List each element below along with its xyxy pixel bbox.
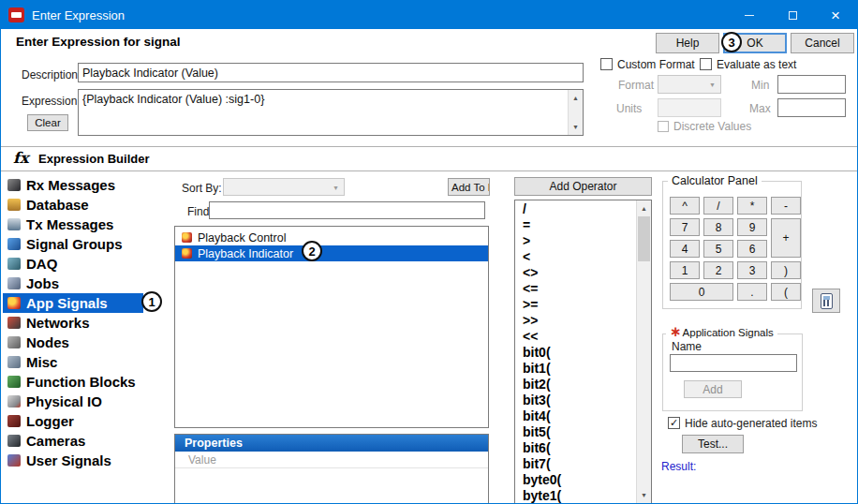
category-label: Physical IO [26, 393, 102, 409]
calc-button[interactable]: 2 [703, 261, 733, 279]
calc-button[interactable]: 3 [737, 261, 767, 279]
category-item[interactable]: Logger [3, 411, 83, 431]
units-input [658, 98, 721, 117]
calculator-launcher-button[interactable] [812, 289, 840, 313]
operator-item[interactable]: byte0( [523, 472, 635, 488]
calculator-buttons: ^/*-789+456123)0.( [670, 197, 801, 301]
category-label: Signal Groups [26, 236, 123, 252]
custom-format-checkbox[interactable] [600, 58, 613, 70]
maximize-glyph [789, 11, 797, 20]
scrollbar-thumb[interactable] [638, 216, 650, 261]
calc-button[interactable]: 1 [670, 261, 700, 279]
calc-button[interactable]: 6 [737, 240, 767, 258]
description-label: Description [22, 68, 78, 82]
category-label: Jobs [26, 275, 59, 291]
operator-item[interactable]: bit6( [523, 440, 635, 456]
scroll-up-icon[interactable] [569, 91, 583, 105]
category-item[interactable]: App Signals [3, 293, 143, 313]
annotation-3: 3 [721, 32, 742, 52]
category-item[interactable]: Physical IO [3, 392, 111, 411]
evaluate-as-text-checkbox[interactable] [700, 58, 712, 70]
format-select [658, 75, 721, 94]
operator-scrollbar[interactable] [636, 200, 651, 503]
calc-button[interactable]: 8 [703, 218, 733, 236]
scroll-up-icon[interactable] [637, 201, 651, 215]
operator-item[interactable]: <> [523, 265, 635, 281]
calc-button[interactable]: 0 [670, 283, 733, 301]
builder-section-title: Expression Builder [38, 152, 149, 166]
category-item[interactable]: Jobs [3, 274, 68, 293]
calc-button[interactable]: / [703, 197, 733, 215]
add-to-expression-button[interactable]: Add To Ex [448, 178, 490, 196]
operator-item[interactable]: >= [523, 297, 635, 313]
operator-item[interactable]: << [523, 329, 635, 345]
calc-button[interactable]: - [771, 197, 801, 215]
minimize-icon[interactable] [728, 1, 771, 29]
operator-item[interactable]: bit2( [523, 377, 635, 393]
calc-button[interactable]: ( [771, 283, 801, 301]
category-item[interactable]: User Signals [3, 451, 121, 470]
operator-item[interactable]: / [523, 201, 635, 217]
operator-item[interactable]: bit0( [523, 345, 635, 361]
category-item[interactable]: Rx Messages [3, 175, 125, 195]
calc-button[interactable]: ^ [670, 197, 700, 215]
database-icon [7, 199, 21, 211]
signal-item[interactable]: Playback Control [175, 230, 488, 245]
expression-scrollbar[interactable] [568, 90, 583, 135]
application-signals-header: Application Signals [666, 327, 777, 338]
calc-button[interactable]: ) [771, 261, 801, 279]
calc-button[interactable]: . [737, 283, 767, 301]
calc-button[interactable]: + [771, 218, 801, 258]
signal-asterisk-icon [670, 327, 683, 338]
close-icon[interactable] [814, 1, 857, 29]
category-label: DAQ [26, 256, 57, 272]
operator-item[interactable]: bit4( [523, 408, 635, 424]
operator-item[interactable]: byte1( [523, 488, 635, 504]
calc-button[interactable]: 7 [670, 218, 700, 236]
scroll-down-icon[interactable] [569, 120, 583, 134]
category-item[interactable]: DAQ [3, 254, 67, 274]
category-item[interactable]: Misc [3, 352, 67, 372]
category-item[interactable]: Networks [3, 313, 99, 333]
min-input[interactable] [777, 75, 846, 94]
name-input[interactable] [670, 354, 797, 372]
category-item[interactable]: Tx Messages [3, 215, 123, 234]
find-input[interactable] [209, 201, 485, 219]
calc-button[interactable]: 4 [670, 240, 700, 258]
description-input[interactable] [78, 63, 584, 82]
category-item[interactable]: Cameras [3, 431, 95, 451]
misc-icon [7, 356, 21, 368]
operator-item[interactable]: = [523, 217, 635, 233]
operator-item[interactable]: bit3( [523, 393, 635, 408]
calc-button[interactable]: * [737, 197, 767, 215]
test-button[interactable]: Test... [682, 435, 744, 453]
operator-item[interactable]: > [523, 233, 635, 249]
category-item[interactable]: Database [3, 195, 98, 215]
calc-button[interactable]: 5 [703, 240, 733, 258]
cancel-button[interactable]: Cancel [791, 33, 854, 53]
operator-item[interactable]: bit1( [523, 361, 635, 377]
hide-auto-generated-checkbox[interactable] [668, 417, 680, 429]
operator-item[interactable]: >> [523, 313, 635, 329]
operator-item[interactable]: <= [523, 281, 635, 297]
operator-item[interactable]: bit5( [523, 424, 635, 440]
calc-button[interactable]: 9 [737, 218, 767, 236]
maximize-icon[interactable] [771, 1, 814, 29]
operator-item[interactable]: bit7( [523, 456, 635, 472]
max-input[interactable] [777, 98, 846, 117]
category-item[interactable]: Nodes [3, 333, 79, 352]
category-item[interactable]: Signal Groups [3, 234, 132, 254]
clear-button[interactable]: Clear [27, 114, 68, 131]
scroll-down-icon[interactable] [637, 488, 651, 502]
category-label: Database [26, 197, 89, 213]
category-item[interactable]: Function Blocks [3, 372, 145, 392]
operator-item[interactable]: < [523, 249, 635, 265]
add-operator-button[interactable]: Add Operator [514, 177, 652, 196]
nodes-icon [7, 336, 21, 348]
units-label: Units [616, 102, 642, 115]
signal-item[interactable]: Playback Indicator [175, 245, 488, 261]
help-button[interactable]: Help [656, 33, 719, 53]
custom-format-label: Custom Format [617, 58, 695, 71]
expression-input[interactable]: {Playback Indicator (Value) :sig1-0} [78, 89, 584, 136]
annotation-1: 1 [141, 291, 162, 312]
